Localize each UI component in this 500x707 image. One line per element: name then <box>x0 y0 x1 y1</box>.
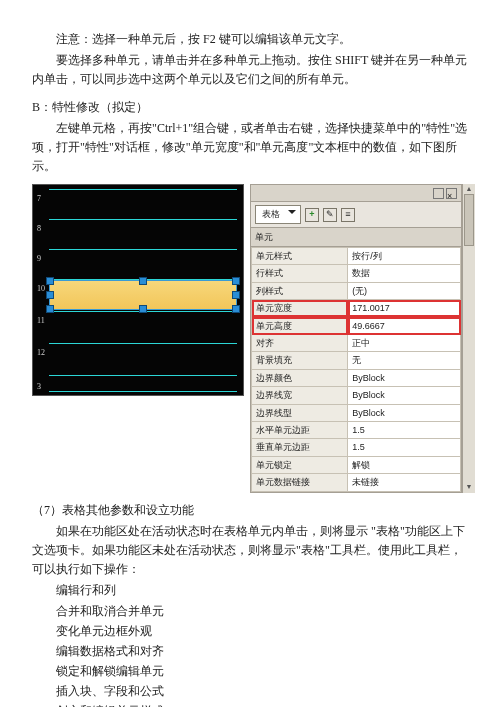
prop-row: 垂直单元边距1.5 <box>252 439 461 456</box>
scroll-down-icon[interactable]: ▼ <box>463 483 475 493</box>
prop-value[interactable]: 1.5 <box>348 422 461 439</box>
panel-scrollbar[interactable]: ▲ ▼ <box>462 184 475 492</box>
prop-key: 单元锁定 <box>252 456 348 473</box>
prop-row: 边界线宽ByBlock <box>252 387 461 404</box>
quick-select-icon[interactable]: + <box>305 208 319 222</box>
prop-key: 垂直单元边距 <box>252 439 348 456</box>
prop-row: 行样式数据 <box>252 265 461 282</box>
prop-row: 单元宽度171.0017 <box>252 300 461 317</box>
scroll-up-icon[interactable]: ▲ <box>463 184 475 194</box>
prop-key: 对齐 <box>252 335 348 352</box>
list-icon[interactable]: ≡ <box>341 208 355 222</box>
prop-row: 单元数据链接未链接 <box>252 474 461 491</box>
close-icon[interactable]: × <box>446 188 457 199</box>
row-ruler: 7 8 9 10 11 12 3 <box>37 185 47 395</box>
prop-row: 单元高度49.6667 <box>252 317 461 334</box>
prop-row: 单元样式按行/列 <box>252 248 461 265</box>
prop-row: 水平单元边距1.5 <box>252 422 461 439</box>
prop-row: 边界颜色ByBlock <box>252 369 461 386</box>
panel-titlebar: × <box>251 185 461 202</box>
operation-item: 合并和取消合并单元 <box>32 602 468 621</box>
para-b-body: 左键单元格，再按"Ctrl+1"组合键，或者单击右键，选择快捷菜单中的"特性"选… <box>32 119 468 177</box>
cad-canvas: 7 8 9 10 11 12 3 <box>32 184 244 396</box>
prop-value[interactable]: 正中 <box>348 335 461 352</box>
operation-item: 变化单元边框外观 <box>32 622 468 641</box>
prop-value[interactable]: 171.0017 <box>348 300 461 317</box>
prop-key: 单元数据链接 <box>252 474 348 491</box>
selected-cell[interactable] <box>49 280 237 310</box>
prop-value[interactable]: 无 <box>348 352 461 369</box>
prop-key: 单元高度 <box>252 317 348 334</box>
properties-panel: × 表格 + ✎ ≡ 单元 单元样式按行/列行样式数据列样式(无)单元宽度171… <box>250 184 462 492</box>
prop-key: 列样式 <box>252 282 348 299</box>
prop-row: 单元锁定解锁 <box>252 456 461 473</box>
prop-key: 边界颜色 <box>252 369 348 386</box>
prop-row: 背景填充无 <box>252 352 461 369</box>
prop-key: 单元宽度 <box>252 300 348 317</box>
prop-value[interactable]: ByBlock <box>348 369 461 386</box>
para-7-body: 如果在功能区处在活动状态时在表格单元内单击，则将显示 "表格"功能区上下文选项卡… <box>32 522 468 580</box>
prop-key: 单元样式 <box>252 248 348 265</box>
prop-value[interactable]: 未链接 <box>348 474 461 491</box>
heading-7: （7）表格其他参数和设立功能 <box>32 501 468 520</box>
prop-key: 水平单元边距 <box>252 422 348 439</box>
operation-item: 编辑行和列 <box>32 581 468 600</box>
properties-grid: 单元样式按行/列行样式数据列样式(无)单元宽度171.0017单元高度49.66… <box>251 247 461 491</box>
object-type-dropdown[interactable]: 表格 <box>255 205 301 223</box>
prop-row: 对齐正中 <box>252 335 461 352</box>
prop-value[interactable]: 1.5 <box>348 439 461 456</box>
select-objects-icon[interactable]: ✎ <box>323 208 337 222</box>
prop-value[interactable]: ByBlock <box>348 404 461 421</box>
operations-list: 编辑行和列合并和取消合并单元变化单元边框外观编辑数据格式和对齐锁定和解锁编辑单元… <box>32 581 468 707</box>
prop-row: 边界线型ByBlock <box>252 404 461 421</box>
prop-value[interactable]: 按行/列 <box>348 248 461 265</box>
operation-item: 创立和编辑单元样式 <box>32 702 468 707</box>
prop-key: 行样式 <box>252 265 348 282</box>
prop-value[interactable]: (无) <box>348 282 461 299</box>
prop-value[interactable]: 解锁 <box>348 456 461 473</box>
heading-b: B：特性修改（拟定） <box>32 98 468 117</box>
prop-value[interactable]: 数据 <box>348 265 461 282</box>
section-header-cell: 单元 <box>251 228 461 247</box>
pin-icon[interactable] <box>433 188 444 199</box>
operation-item: 插入块、字段和公式 <box>32 682 468 701</box>
scroll-thumb[interactable] <box>464 194 474 246</box>
prop-row: 列样式(无) <box>252 282 461 299</box>
prop-key: 背景填充 <box>252 352 348 369</box>
prop-value[interactable]: ByBlock <box>348 387 461 404</box>
para-multi-select: 要选择多种单元，请单击并在多种单元上拖动。按住 SHIFT 键并在另一种单元内单… <box>32 51 468 89</box>
operation-item: 编辑数据格式和对齐 <box>32 642 468 661</box>
figure: 7 8 9 10 11 12 3 <box>32 184 468 492</box>
operation-item: 锁定和解锁编辑单元 <box>32 662 468 681</box>
prop-value[interactable]: 49.6667 <box>348 317 461 334</box>
note-f2: 注意：选择一种单元后，按 F2 键可以编辑该单元文字。 <box>32 30 468 49</box>
prop-key: 边界线宽 <box>252 387 348 404</box>
prop-key: 边界线型 <box>252 404 348 421</box>
